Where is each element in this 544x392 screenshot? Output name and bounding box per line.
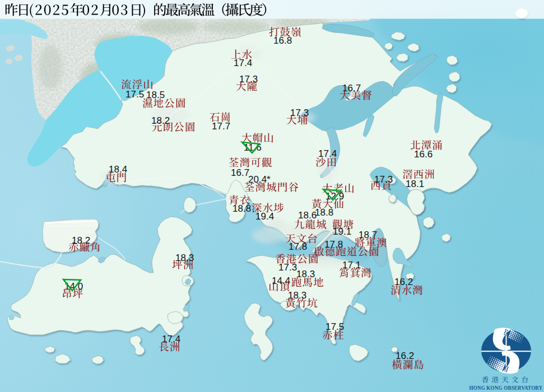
svg-text:18.2: 18.2 <box>151 115 170 126</box>
svg-text:18.3: 18.3 <box>175 253 194 263</box>
svg-text:19.4: 19.4 <box>255 211 274 222</box>
svg-text:17.3: 17.3 <box>239 74 258 85</box>
svg-text:18.4: 18.4 <box>109 164 127 175</box>
svg-text:17.5: 17.5 <box>125 89 144 100</box>
svg-text:17.3: 17.3 <box>278 262 297 273</box>
svg-text:20.4*: 20.4* <box>248 174 271 185</box>
svg-text:17.8: 17.8 <box>289 241 307 252</box>
svg-text:17.7: 17.7 <box>212 121 230 132</box>
svg-text:17.1: 17.1 <box>342 260 361 270</box>
svg-text:14.0: 14.0 <box>64 281 83 292</box>
svg-text:18.8: 18.8 <box>315 207 333 218</box>
svg-text:16.2: 16.2 <box>394 277 413 287</box>
svg-text:18.1: 18.1 <box>406 179 424 189</box>
svg-text:18.3: 18.3 <box>296 269 315 279</box>
svg-text:17.4: 17.4 <box>318 148 337 159</box>
svg-text:18.5: 18.5 <box>146 90 165 100</box>
svg-text:18.6: 18.6 <box>298 210 317 221</box>
svg-text:18.3: 18.3 <box>288 290 306 301</box>
svg-text:18.7: 18.7 <box>359 230 377 240</box>
svg-text:12.9: 12.9 <box>326 191 344 202</box>
svg-text:14.4: 14.4 <box>272 276 290 286</box>
svg-text:16.7: 16.7 <box>342 83 361 94</box>
svg-text:16.7: 16.7 <box>231 167 249 178</box>
svg-text:16.6: 16.6 <box>414 149 433 160</box>
svg-text:18.8: 18.8 <box>233 203 251 214</box>
svg-text:HONG KONG OBSERVATORY: HONG KONG OBSERVATORY <box>469 385 543 391</box>
svg-text:18.2: 18.2 <box>72 235 90 246</box>
svg-text:16.8: 16.8 <box>273 35 292 46</box>
svg-text:17.8: 17.8 <box>324 239 343 250</box>
svg-text:19.1: 19.1 <box>333 226 351 237</box>
svg-text:17.5: 17.5 <box>326 321 344 332</box>
svg-text:17.4: 17.4 <box>234 58 252 68</box>
svg-text:17.3: 17.3 <box>290 108 309 118</box>
svg-text:16.2: 16.2 <box>396 351 414 361</box>
svg-text:17.4: 17.4 <box>162 334 180 344</box>
svg-text:17.3: 17.3 <box>374 174 393 185</box>
